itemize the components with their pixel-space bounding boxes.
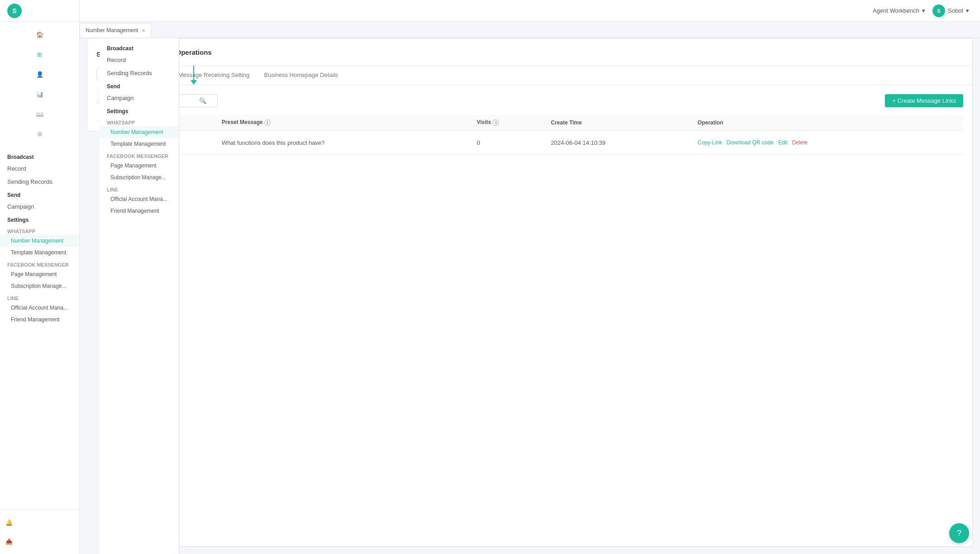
sidebar-bottom: 🔔 📤 (0, 509, 79, 554)
nav-section-settings: Settings (0, 213, 79, 225)
detail-header: ← Sobot Product Operations (100, 38, 972, 66)
tab-close-icon[interactable]: ✕ (142, 28, 145, 33)
agent-workbench-menu[interactable]: Agent Workbench ▾ (873, 7, 925, 14)
preset-message-info-icon[interactable]: ℹ (264, 119, 271, 126)
secondary-nav-section-settings: Settings (100, 105, 179, 116)
cell-visits: 0 (471, 131, 545, 155)
secondary-sidebar-item-page-management[interactable]: Page Management (100, 160, 179, 172)
nav-section-send: Send (0, 188, 79, 200)
message-links-table: Link Name Preset Message ℹ Visits ℹ Crea… (109, 115, 963, 155)
create-message-links-button[interactable]: + Create Message Links (885, 94, 963, 107)
connector-line (193, 66, 194, 80)
cell-operations: Copy-Link Download QR code Edit Delete (692, 131, 963, 155)
user-menu[interactable]: S Sobot ▾ (932, 5, 969, 17)
sidebar-item-friend-management[interactable]: Friend Management (0, 314, 79, 325)
secondary-nav-subsection-line: Line (100, 183, 179, 193)
chevron-down-icon: ▾ (922, 7, 925, 14)
tab-number-management[interactable]: Number Management ✕ (80, 23, 151, 38)
help-button[interactable]: ? (949, 523, 969, 543)
sidebar-icon-book[interactable]: 📖 (31, 105, 49, 123)
secondary-nav-section-broadcast: Broadcast (100, 42, 179, 53)
col-create-time: Create Time (545, 115, 692, 131)
secondary-sidebar-item-sending-records[interactable]: Sending Records (100, 67, 179, 80)
download-qr-btn[interactable]: Download QR code (727, 139, 774, 146)
visits-info-icon[interactable]: ℹ (492, 119, 499, 126)
tab-label: Number Management (86, 27, 138, 33)
message-links-table-header: Link Name Preset Message ℹ Visits ℹ Crea… (109, 115, 963, 131)
tab-business-homepage[interactable]: Business Homepage Details (257, 66, 345, 85)
detail-panel: ← Sobot Product Operations Message Links… (100, 38, 973, 547)
sidebar-item-subscription-manage[interactable]: Subscription Manage... (0, 280, 79, 292)
topbar: Agent Workbench ▾ S Sobot ▾ (0, 0, 980, 22)
edit-btn[interactable]: Edit (778, 139, 788, 146)
col-visits: Visits ℹ (471, 115, 545, 131)
user-name-label: Sobot (948, 7, 963, 14)
message-links-table-body: 💬 Consult What functions does this produ… (109, 131, 963, 155)
sidebar-icon-settings[interactable]: ⚙ (31, 125, 49, 143)
col-preset-message: Preset Message ℹ (216, 115, 471, 131)
secondary-sidebar-item-official-account[interactable]: Official Account Mana... (100, 193, 179, 205)
detail-tabs: Message Links ℹ Message Receiving Settin… (100, 66, 972, 85)
arrow-down-icon (191, 80, 197, 85)
sidebar-icon-upload[interactable]: 📤 (0, 532, 18, 550)
sidebar-nav: Broadcast Record Sending Records Send Ca… (0, 147, 79, 509)
connection-indicator (191, 66, 197, 85)
sidebar-item-record[interactable]: Record (0, 162, 79, 175)
avatar: S (932, 5, 945, 17)
sidebar: S 🏠 ⊞ 👤 📊 📖 ⚙ Broadcast Record Sending R… (0, 0, 80, 554)
nav-subsection-whatsapp: WhatsApp (0, 225, 79, 235)
agent-workbench-label: Agent Workbench (873, 7, 919, 14)
sidebar-icon-contacts[interactable]: 👤 (31, 65, 49, 83)
col-op: Operation (692, 115, 963, 131)
sidebar-icons: 🏠 ⊞ 👤 📊 📖 ⚙ (0, 22, 79, 147)
cell-create-time: 2024-06-04 14:10:39 (545, 131, 692, 155)
sidebar-item-template-management[interactable]: Template Management (0, 247, 79, 258)
op-links: Copy-Link Download QR code Edit Delete (698, 139, 958, 146)
sidebar-item-number-management[interactable]: Number Management (0, 235, 79, 247)
nav-subsection-line: Line (0, 292, 79, 302)
logo-icon: S (7, 4, 22, 18)
secondary-nav-section-send: Send (100, 80, 179, 91)
secondary-sidebar-item-record[interactable]: Record (100, 53, 179, 67)
secondary-sidebar-item-subscription[interactable]: Subscription Manage... (100, 172, 179, 183)
sidebar-item-page-management[interactable]: Page Management (0, 268, 79, 280)
secondary-sidebar-item-campaign[interactable]: Campaign (100, 91, 179, 105)
secondary-nav-subsection-facebook: Facebook Messenger (100, 150, 179, 160)
secondary-sidebar-item-number-management[interactable]: Number Management (100, 126, 179, 138)
sidebar-icon-broadcast[interactable]: ⊞ (31, 45, 49, 63)
sidebar-icon-home[interactable]: 🏠 (31, 25, 49, 43)
sidebar-icon-reports[interactable]: 📊 (31, 85, 49, 103)
list-item: 💬 Consult What functions does this produ… (109, 131, 963, 155)
sidebar-item-campaign[interactable]: Campaign (0, 200, 79, 213)
nav-section-broadcast: Broadcast (0, 150, 79, 162)
secondary-nav-subsection-whatsapp: WhatsApp (100, 116, 179, 126)
secondary-sidebar-item-template-management[interactable]: Template Management (100, 138, 179, 150)
sidebar-item-sending-records[interactable]: Sending Records (0, 175, 79, 188)
copy-link-btn[interactable]: Copy-Link (698, 139, 722, 146)
secondary-sidebar: Broadcast Record Sending Records Send Ca… (100, 38, 179, 554)
tabbar: Number Management ✕ (80, 22, 980, 38)
sidebar-icon-notifications[interactable]: 🔔 (0, 513, 18, 531)
detail-toolbar: 🔍 + Create Message Links (109, 94, 963, 107)
cell-preset-message: What functions does this product have? (216, 131, 471, 155)
tab-message-receiving[interactable]: Message Receiving Setting (171, 66, 257, 85)
search-link-icon: 🔍 (199, 97, 206, 104)
sidebar-logo: S (0, 0, 79, 22)
sidebar-item-official-account[interactable]: Official Account Mana... (0, 302, 79, 314)
delete-btn[interactable]: Delete (792, 139, 808, 146)
secondary-sidebar-item-friend-management[interactable]: Friend Management (100, 205, 179, 217)
detail-body: 🔍 + Create Message Links Link Name Prese… (100, 85, 972, 546)
chevron-down-icon-user: ▾ (966, 7, 969, 14)
nav-subsection-facebook: Facebook Messenger (0, 258, 79, 268)
